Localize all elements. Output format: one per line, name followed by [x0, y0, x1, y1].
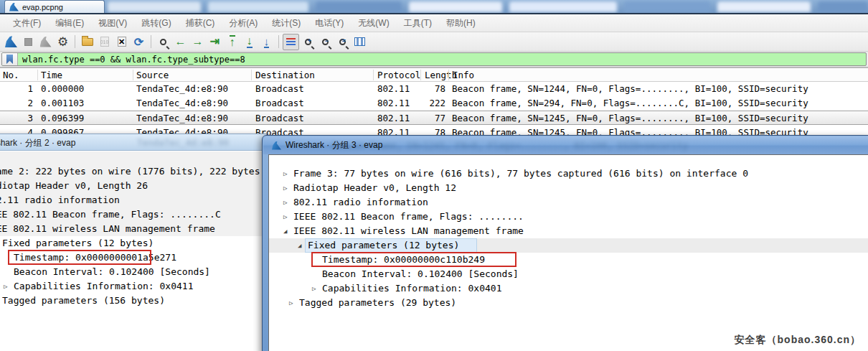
- menu-help[interactable]: 帮助(H): [439, 14, 483, 32]
- tree-item-mgmt-frame[interactable]: ◢IEEE 802.11 wireless LAN management fra…: [0, 222, 266, 236]
- cell-info: Beacon frame, SN=1244, FN=0, Flags=.....…: [452, 82, 808, 96]
- tab-evap-pcpng[interactable]: evap.pcpng: [4, 0, 105, 13]
- zoom-out-icon[interactable]: −: [317, 34, 334, 50]
- tree-item-fixed-params[interactable]: ◢Fixed parameters (12 bytes): [0, 236, 266, 251]
- cell-time: 0.001103: [41, 96, 84, 111]
- background-tab[interactable]: [818, 1, 868, 12]
- go-to-top-icon[interactable]: ↑: [224, 34, 240, 50]
- find-packet-icon[interactable]: [155, 34, 171, 50]
- go-to-packet-icon[interactable]: ⇥: [207, 34, 223, 50]
- tree-item-radio-info[interactable]: ▷802.11 radio information: [0, 193, 266, 207]
- filter-bookmark-button[interactable]: [2, 53, 18, 65]
- packet-row-3-selected[interactable]: 3 0.096399 TendaTec_4d:e8:90 Broadcast 8…: [0, 111, 868, 125]
- tree-item-frame[interactable]: ▷Frame 3: 77 bytes on wire (616 bits), 7…: [269, 167, 868, 181]
- tree-item-timestamp[interactable]: Timestamp: 0x00000000c110b249: [269, 253, 868, 267]
- glass-ghost-text: Beacon frame, SN=1245, FN=0, Flags=.....…: [331, 140, 688, 151]
- background-tab[interactable]: [717, 1, 811, 12]
- tree-item-capabilities[interactable]: ▷Capabilities Information: 0x0411: [0, 279, 266, 294]
- stop-capture-icon[interactable]: [20, 34, 37, 50]
- cell-no: 2: [0, 96, 33, 111]
- menu-capture[interactable]: 捕获(C): [179, 14, 222, 32]
- tree-item-capabilities[interactable]: ▷Capabilities Information: 0x0401: [269, 281, 868, 296]
- tree-item-tagged-params[interactable]: ▷Tagged parameters (29 bytes): [269, 296, 868, 310]
- col-destination[interactable]: Destination: [255, 68, 315, 82]
- menu-wireless[interactable]: 无线(W): [351, 14, 396, 32]
- watermark: 安全客（bobao.360.cn）: [735, 334, 861, 347]
- packet-row-2[interactable]: 2 0.001103 TendaTec_4d:e8:90 Broadcast 8…: [0, 96, 868, 111]
- menu-telephony[interactable]: 电话(Y): [308, 14, 351, 32]
- background-tab[interactable]: [108, 1, 201, 12]
- detail-window-packet-3[interactable]: Beacon frame, SN=1245, FN=0, Flags=.....…: [262, 135, 868, 351]
- cell-no: 3: [0, 111, 33, 126]
- tree-item-mgmt-frame[interactable]: ◢IEEE 802.11 wireless LAN management fra…: [269, 224, 868, 238]
- cell-no: 1: [0, 82, 33, 96]
- tab-label: evap.pcpng: [22, 3, 63, 11]
- go-back-icon[interactable]: ←: [172, 34, 189, 50]
- go-forward-icon[interactable]: →: [189, 34, 206, 50]
- cell-source: TendaTec_4d:e8:90: [136, 96, 228, 111]
- menu-view[interactable]: 视图(V): [91, 14, 134, 32]
- background-tab[interactable]: [208, 1, 308, 12]
- start-capture-icon[interactable]: [3, 34, 19, 50]
- zoom-reset-icon[interactable]: =: [334, 34, 351, 50]
- menu-bar: 文件(F) 编辑(E) 视图(V) 跳转(G) 捕获(C) 分析(A) 统计(S…: [0, 14, 868, 32]
- menu-analyze[interactable]: 分析(A): [222, 14, 265, 32]
- save-file-icon[interactable]: 010: [96, 34, 113, 50]
- colorize-packets-icon[interactable]: [283, 34, 299, 50]
- col-info[interactable]: Info: [453, 68, 474, 82]
- go-to-bottom-icon[interactable]: ↓: [241, 34, 258, 50]
- col-time[interactable]: Time: [41, 68, 62, 82]
- tree-item-fixed-params-selected[interactable]: ◢Fixed parameters (12 bytes): [269, 238, 868, 253]
- tree-item-beacon-frame[interactable]: ▷IEEE 802.11 Beacon frame, Flags: ......…: [269, 210, 868, 224]
- capture-options-icon[interactable]: [55, 34, 71, 50]
- tree-item-radio-info[interactable]: ▷802.11 radio information: [269, 195, 868, 210]
- col-no[interactable]: No.: [3, 68, 19, 82]
- auto-scroll-icon[interactable]: ↓: [258, 34, 275, 50]
- background-tab[interactable]: [509, 1, 617, 12]
- col-protocol[interactable]: Protocol: [377, 68, 420, 82]
- background-tab[interactable]: [624, 1, 710, 12]
- cell-time: 0.000000: [41, 82, 84, 96]
- zoom-in-icon[interactable]: +: [300, 34, 316, 50]
- open-file-icon[interactable]: [79, 34, 95, 50]
- tree-item-tagged-params[interactable]: ▷Tagged parameters (156 bytes): [0, 294, 266, 308]
- menu-edit[interactable]: 编辑(E): [48, 14, 91, 32]
- close-file-icon[interactable]: ✕: [113, 34, 130, 50]
- tree-item-beacon-interval[interactable]: Beacon Interval: 0.102400 [Seconds]: [269, 267, 868, 281]
- menu-tools[interactable]: 工具(T): [397, 14, 439, 32]
- tree-item-beacon-frame[interactable]: ▷IEEE 802.11 Beacon frame, Flags: ......…: [0, 207, 266, 222]
- cell-source: TendaTec_4d:e8:90: [136, 111, 228, 126]
- filter-expression[interactable]: wlan.fc.type ==0 && wlan.fc.type_subtype…: [18, 55, 245, 65]
- tree-item-frame[interactable]: ▷Frame 2: 222 bytes on wire (1776 bits),…: [0, 164, 266, 179]
- window-title-bar[interactable]: Beacon frame, SN=1245, FN=0, Flags=.....…: [263, 136, 868, 154]
- detail-window-packet-2[interactable]: TendaTec_4d:e8:90 Wireshark · 分组 2 · eva…: [0, 134, 267, 351]
- packet-row-1[interactable]: 1 0.000000 TendaTec_4d:e8:90 Broadcast 8…: [0, 82, 868, 96]
- window-title: Wireshark · 分组 2 · evap: [0, 137, 75, 149]
- glass-ghost-text: TendaTec_4d:e8:90: [137, 137, 229, 148]
- wireshark-logo-icon: [9, 3, 19, 11]
- tree-item-timestamp[interactable]: Timestamp: 0x0000000001a5e271: [0, 251, 266, 265]
- resize-columns-icon[interactable]: [352, 34, 368, 50]
- wireshark-screen: evap.pcpng 文件(F) 编辑(E) 视图(V) 跳转(G) 捕获(C)…: [0, 0, 868, 351]
- menu-statistics[interactable]: 统计(S): [265, 14, 308, 32]
- background-tab[interactable]: [316, 1, 402, 12]
- cell-info: Beacon frame, SN=1245, FN=0, Flags=.....…: [452, 111, 808, 126]
- restart-capture-icon[interactable]: [37, 34, 54, 50]
- col-source[interactable]: Source: [136, 68, 169, 82]
- window-title-bar[interactable]: TendaTec_4d:e8:90 Wireshark · 分组 2 · eva…: [0, 134, 266, 151]
- toolbar-separator: [151, 35, 151, 48]
- tree-item-radiotap[interactable]: ▷Radiotap Header v0, Length 26: [0, 179, 266, 193]
- tree-item-beacon-interval[interactable]: Beacon Interval: 0.102400 [Seconds]: [0, 265, 266, 279]
- display-filter-input[interactable]: wlan.fc.type ==0 && wlan.fc.type_subtype…: [1, 52, 867, 66]
- cell-destination: Broadcast: [255, 82, 304, 96]
- background-tab[interactable]: [409, 1, 502, 12]
- timestamp-highlight-box: [8, 250, 151, 265]
- tree-item-radiotap[interactable]: ▷Radiotap Header v0, Length 12: [269, 181, 868, 195]
- menu-file[interactable]: 文件(F): [6, 14, 48, 32]
- window-title: Wireshark · 分组 3 · evap: [286, 139, 382, 151]
- reload-file-icon[interactable]: [131, 34, 147, 50]
- menu-go[interactable]: 跳转(G): [134, 14, 178, 32]
- cell-source: TendaTec_4d:e8:90: [136, 82, 228, 96]
- wireshark-logo-icon: [272, 141, 281, 150]
- filter-bar: wlan.fc.type ==0 && wlan.fc.type_subtype…: [0, 52, 868, 68]
